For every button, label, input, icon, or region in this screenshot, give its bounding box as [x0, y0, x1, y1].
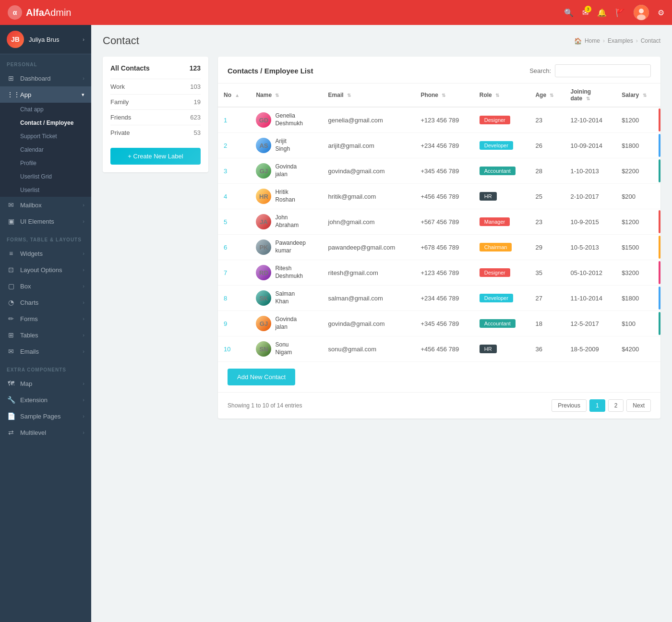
- sidebar-item-label: Map: [20, 380, 78, 387]
- sidebar-item-sample-pages[interactable]: 📄 Sample Pages ›: [0, 408, 91, 424]
- page-header: Contact 🏠 Home › Examples › Contact: [103, 35, 660, 47]
- table-row[interactable]: 4 HR HritikRoshan hritik@gmail.com +456 …: [218, 184, 660, 209]
- table-row[interactable]: 7 RD RiteshDeshmukh ritesh@gmail.com +12…: [218, 260, 660, 286]
- mail-icon[interactable]: ✉ 3: [582, 8, 588, 17]
- pagination-prev[interactable]: Previous: [552, 399, 587, 412]
- cell-email: salman@gmail.com: [323, 286, 415, 311]
- table-row[interactable]: 1 GD GeneliaDeshmukh genelia@gmail.com +…: [218, 107, 660, 133]
- search-input[interactable]: [555, 64, 651, 77]
- sidebar-item-layout-options[interactable]: ⊡ Layout Options ›: [0, 262, 91, 278]
- sidebar-subitem-profile[interactable]: Profile: [0, 156, 91, 170]
- contact-avatar: GD: [256, 112, 271, 128]
- sidebar-item-charts[interactable]: ◔ Charts ›: [0, 294, 91, 311]
- settings-icon[interactable]: ⚙: [658, 8, 664, 17]
- sidebar-item-box[interactable]: ▢ Box ›: [0, 278, 91, 294]
- col-header-name[interactable]: Name ⇅: [250, 84, 322, 107]
- chevron-right-icon: ›: [83, 75, 84, 81]
- sidebar-item-dashboard[interactable]: ⊞ Dashboard ›: [0, 70, 91, 86]
- chevron-right-icon: ›: [83, 397, 84, 403]
- cell-role: Chairman: [474, 235, 530, 260]
- notifications-icon[interactable]: 🔔: [597, 8, 607, 17]
- cell-salary: $3200: [616, 260, 659, 286]
- contacts-label-friends[interactable]: Friends 623: [110, 109, 201, 125]
- contacts-label-work[interactable]: Work 103: [110, 79, 201, 94]
- table-row[interactable]: 10 SN SonuNigam sonu@gmail.com +456 456 …: [218, 336, 660, 362]
- col-header-phone[interactable]: Phone ⇅: [415, 84, 473, 107]
- sidebar-item-forms[interactable]: ✏ Forms ›: [0, 311, 91, 327]
- sidebar-subitem-calendar[interactable]: Calendar: [0, 143, 91, 156]
- sidebar-subitem-support[interactable]: Support Ticket: [0, 130, 91, 143]
- col-header-role[interactable]: Role ⇅: [474, 84, 530, 107]
- col-header-joining[interactable]: Joiningdate ⇅: [565, 84, 616, 107]
- create-label-button[interactable]: + Create New Label: [110, 148, 201, 165]
- brand-name: AlfaAdmin: [26, 7, 72, 18]
- search-icon[interactable]: 🔍: [564, 8, 574, 17]
- add-new-contact-button[interactable]: Add New Contact: [228, 369, 295, 385]
- contacts-panel-title: All Contacts: [110, 64, 150, 72]
- sidebar-item-multilevel[interactable]: ⇄ Multilevel ›: [0, 424, 91, 441]
- cell-joining: 12-10-2014: [565, 107, 616, 133]
- sidebar-subitem-chatapp[interactable]: Chat app: [0, 103, 91, 116]
- sidebar-item-map[interactable]: 🗺 Map ›: [0, 375, 91, 392]
- table-row[interactable]: 9 GJ Govindajalan govinda@gmail.com +345…: [218, 311, 660, 336]
- sidebar-item-label: Forms: [20, 315, 78, 323]
- tables-icon: ⊞: [7, 331, 15, 339]
- cell-email: arijit@gmail.com: [323, 133, 415, 158]
- cell-phone: +123 456 789: [415, 260, 473, 286]
- sidebar-subitem-userlist-grid[interactable]: Userlist Grid: [0, 170, 91, 183]
- role-badge: HR: [480, 345, 497, 353]
- contact-avatar: GJ: [256, 316, 271, 331]
- contacts-label-family[interactable]: Family 19: [110, 94, 201, 109]
- table-row[interactable]: 2 AS ArijitSingh arijit@gmail.com +234 4…: [218, 133, 660, 158]
- cell-salary: $1800: [616, 286, 659, 311]
- sidebar-user-name: Juliya Brus: [29, 36, 78, 43]
- col-header-no[interactable]: No ▲: [218, 84, 250, 107]
- breadcrumb-home[interactable]: Home: [585, 37, 600, 44]
- table-row[interactable]: 8 SK SalmanKhan salman@gmail.com +234 45…: [218, 286, 660, 311]
- cell-age: 23: [529, 107, 564, 133]
- sidebar-subitem-userlist[interactable]: Userlist: [0, 183, 91, 197]
- table-row[interactable]: 3 GJ Govindajalan govinda@gmail.com +345…: [218, 158, 660, 184]
- cell-role: Designer: [474, 260, 530, 286]
- chevron-right-icon: ›: [83, 316, 84, 322]
- col-header-age[interactable]: Age ⇅: [529, 84, 564, 107]
- pagination-page-2[interactable]: 2: [608, 399, 624, 412]
- sidebar-item-emails[interactable]: ✉ Emails ›: [0, 343, 91, 359]
- sidebar-item-app[interactable]: ⋮⋮ App ▾: [0, 86, 91, 103]
- contacts-label-private[interactable]: Private 53: [110, 125, 201, 140]
- sidebar-item-extension[interactable]: 🔧 Extension ›: [0, 392, 91, 408]
- flag-icon[interactable]: 🚩: [615, 8, 625, 17]
- table-row[interactable]: 5 JA JohnAbraham john@gmail.com +567 456…: [218, 209, 660, 235]
- cell-joining: 11-10-2014: [565, 286, 616, 311]
- col-header-email[interactable]: Email ⇅: [323, 84, 415, 107]
- col-header-salary[interactable]: Salary ⇅: [616, 84, 659, 107]
- sidebar-item-label: Extension: [20, 396, 78, 404]
- pagination-page-1[interactable]: 1: [589, 399, 605, 412]
- cell-name: GJ Govindajalan: [250, 158, 322, 184]
- sidebar-item-ui-elements[interactable]: ▣ UI Elements ›: [0, 213, 91, 229]
- table-row[interactable]: 6 PK Pawandeepkumar pawandeep@gmail.com …: [218, 235, 660, 260]
- label-name: Friends: [110, 114, 131, 121]
- pagination-next[interactable]: Next: [626, 399, 651, 412]
- search-label: Search:: [529, 67, 551, 74]
- sidebar-user[interactable]: JB Juliya Brus ›: [0, 25, 91, 54]
- cell-no: 2: [218, 133, 250, 158]
- sidebar-subitem-contact[interactable]: Contact / Employee: [0, 116, 91, 130]
- sidebar-item-widgets[interactable]: ≡ Widgets ›: [0, 245, 91, 262]
- chevron-right-icon: ›: [83, 332, 84, 338]
- cell-role: Designer: [474, 107, 530, 133]
- brand-logo[interactable]: α AlfaAdmin: [8, 5, 84, 20]
- cell-no: 6: [218, 235, 250, 260]
- cell-salary: $1200: [616, 209, 659, 235]
- cell-indicator: [659, 209, 660, 235]
- mailbox-icon: ✉: [7, 201, 15, 209]
- pagination: Previous 1 2 Next: [552, 399, 651, 412]
- sidebar-item-tables[interactable]: ⊞ Tables ›: [0, 327, 91, 343]
- sidebar-item-label: Multilevel: [20, 429, 78, 436]
- topnav-icons: 🔍 ✉ 3 🔔 🚩 ⚙: [564, 5, 664, 20]
- user-avatar[interactable]: [634, 5, 649, 20]
- label-name: Private: [110, 129, 130, 136]
- breadcrumb-examples[interactable]: Examples: [608, 37, 633, 44]
- sidebar-item-mailbox[interactable]: ✉ Mailbox ›: [0, 197, 91, 213]
- cell-no: 10: [218, 336, 250, 362]
